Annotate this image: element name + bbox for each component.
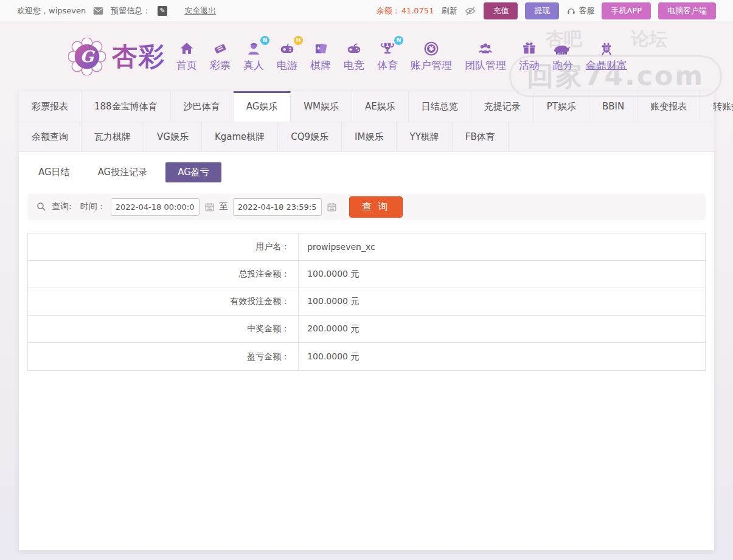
- calendar-icon[interactable]: [327, 202, 337, 212]
- welcome-text: 欢迎您，wipseven: [17, 5, 86, 16]
- nav-item-home[interactable]: 首页: [176, 41, 197, 72]
- trophy-icon: 1: [380, 41, 395, 57]
- logout-link[interactable]: 安全退出: [184, 5, 216, 16]
- svg-text:¥: ¥: [429, 45, 434, 53]
- nav-item-sports[interactable]: N 1 体育: [377, 41, 398, 72]
- main-panel: 彩票报表 188金宝博体育 沙巴体育 AG娱乐 WM娱乐 AE娱乐 日结总览 充…: [19, 91, 714, 550]
- tab-yy-boardgames[interactable]: YY棋牌: [397, 122, 452, 151]
- tab-lottery-report[interactable]: 彩票报表: [19, 91, 82, 122]
- tab-cq9-entertainment[interactable]: CQ9娱乐: [278, 122, 342, 151]
- row-label: 盈亏金额：: [28, 343, 299, 370]
- tab-balance-query[interactable]: 余额查询: [19, 122, 82, 151]
- new-badge: N: [260, 36, 269, 45]
- pc-client-button[interactable]: 电脑客户端: [658, 2, 716, 19]
- row-value: 100.0000 元: [299, 343, 705, 370]
- logo-flower-icon: G: [68, 38, 106, 75]
- tab-wm-entertainment[interactable]: WM娱乐: [291, 91, 352, 122]
- row-value: prowipseven_xc: [299, 233, 705, 260]
- nav-item-team[interactable]: 团队管理: [465, 41, 506, 72]
- svg-text:G: G: [80, 47, 96, 66]
- subtab-ag-bet-records[interactable]: AG投注记录: [88, 162, 158, 182]
- site-logo[interactable]: G 杏彩: [68, 38, 165, 75]
- watermark-text-2: 论坛: [631, 27, 667, 52]
- nav-label: 金鼎财富: [586, 58, 627, 72]
- tab-vg-entertainment[interactable]: VG娱乐: [144, 122, 202, 151]
- nav-label: 团队管理: [465, 58, 506, 72]
- ticket-icon: [212, 41, 228, 57]
- team-icon: [478, 41, 493, 57]
- envelope-icon[interactable]: [93, 7, 103, 15]
- nav-label: 棋牌: [310, 58, 331, 72]
- calendar-icon[interactable]: [204, 202, 215, 212]
- tab-wali-boardgames[interactable]: 瓦力棋牌: [82, 122, 144, 151]
- search-submit-button[interactable]: 查 询: [349, 196, 403, 218]
- esports-gamepad-icon: [346, 41, 362, 57]
- row-label: 有效投注金额：: [28, 288, 299, 315]
- tab-ae-entertainment[interactable]: AE娱乐: [352, 91, 409, 122]
- ding-icon: 鼎: [599, 41, 614, 57]
- search-icon: [36, 201, 47, 212]
- nav-item-lottery[interactable]: 彩票: [210, 41, 231, 72]
- tab-188-sports[interactable]: 188金宝博体育: [82, 91, 171, 122]
- nav-label: 电竞: [344, 58, 364, 72]
- tab-fb-sports[interactable]: FB体育: [453, 122, 509, 151]
- nav-item-account[interactable]: ¥ 账户管理: [411, 41, 452, 72]
- nav-item-promotions[interactable]: 活动: [519, 41, 540, 72]
- slots-gamepad-icon: [279, 41, 295, 57]
- time-label: 时间：: [80, 201, 106, 212]
- refresh-link[interactable]: 刷新: [441, 5, 457, 16]
- tab-daily-summary[interactable]: 日结总览: [409, 91, 471, 122]
- nav-label: 账户管理: [411, 58, 452, 72]
- service-label: 客服: [578, 5, 594, 16]
- tab-saba-sports[interactable]: 沙巴体育: [171, 91, 234, 122]
- datetime-to-input[interactable]: [233, 198, 322, 216]
- home-icon: [179, 41, 195, 57]
- nav-item-live[interactable]: N 真人: [243, 41, 264, 72]
- tab-im-entertainment[interactable]: IM娱乐: [342, 122, 397, 151]
- headset-icon: [566, 6, 576, 16]
- main-nav: 首页 彩票 N 真人 H 电游 ♦ 棋牌 电竞 N 1 体育: [176, 41, 627, 72]
- nav-item-jinding[interactable]: 鼎 金鼎财富: [586, 41, 627, 72]
- table-row: 用户名： prowipseven_xc: [28, 233, 705, 261]
- withdraw-button[interactable]: 提现: [525, 2, 559, 19]
- nav-label: 电游: [277, 58, 297, 72]
- hot-badge: H: [294, 36, 303, 45]
- site-header: 杏吧 论坛 回家74.com G 杏彩 首页 彩票: [0, 22, 733, 91]
- live-person-icon: [246, 41, 262, 57]
- table-row: 盈亏金额： 100.0000 元: [28, 343, 705, 370]
- mobile-app-button[interactable]: 手机APP: [602, 2, 651, 19]
- nav-item-paofen[interactable]: 跑分平台 跑分: [552, 41, 573, 72]
- nav-label: 彩票: [210, 58, 231, 72]
- customer-service-link[interactable]: 客服: [566, 5, 594, 16]
- edit-icon[interactable]: ✎: [158, 6, 167, 16]
- nav-item-esports[interactable]: 电竞: [344, 41, 364, 72]
- date-range-separator: 至: [220, 201, 228, 212]
- nav-label: 首页: [176, 58, 197, 72]
- query-label: 查询:: [52, 201, 72, 212]
- tab-ag-entertainment[interactable]: AG娱乐: [234, 91, 291, 122]
- balance-label: 余额：: [377, 5, 400, 16]
- nav-label: 真人: [243, 58, 264, 72]
- subtab-ag-profit-loss[interactable]: AG盈亏: [165, 162, 221, 182]
- reserved-info-label: 预留信息：: [111, 5, 150, 16]
- svg-text:跑分平台: 跑分平台: [557, 52, 566, 55]
- nav-item-slots[interactable]: H 电游: [277, 41, 297, 72]
- datetime-from-input[interactable]: [111, 198, 200, 216]
- balance-value: 41.0751: [401, 6, 434, 15]
- row-label: 用户名：: [28, 233, 299, 260]
- topbar: 欢迎您，wipseven 预留信息： ✎ 安全退出 余额：41.0751 刷新 …: [0, 0, 733, 22]
- row-value: 100.0000 元: [299, 288, 705, 315]
- nav-label: 体育: [377, 58, 398, 72]
- recharge-button[interactable]: 充值: [484, 2, 518, 19]
- table-row: 有效投注金额： 100.0000 元: [28, 288, 705, 316]
- new-badge: N: [394, 36, 403, 45]
- eye-slash-icon[interactable]: [464, 5, 476, 16]
- tab-kgame-boardgames[interactable]: Kgame棋牌: [202, 122, 278, 151]
- logo-text: 杏彩: [112, 40, 165, 74]
- table-row: 中奖金额： 200.0000 元: [28, 316, 705, 343]
- svg-text:♦: ♦: [316, 46, 321, 51]
- subtab-ag-daily[interactable]: AG日结: [29, 162, 80, 182]
- nav-item-boardgames[interactable]: ♦ 棋牌: [310, 41, 331, 72]
- nav-label: 活动: [519, 58, 540, 72]
- nav-label: 跑分: [552, 58, 573, 72]
